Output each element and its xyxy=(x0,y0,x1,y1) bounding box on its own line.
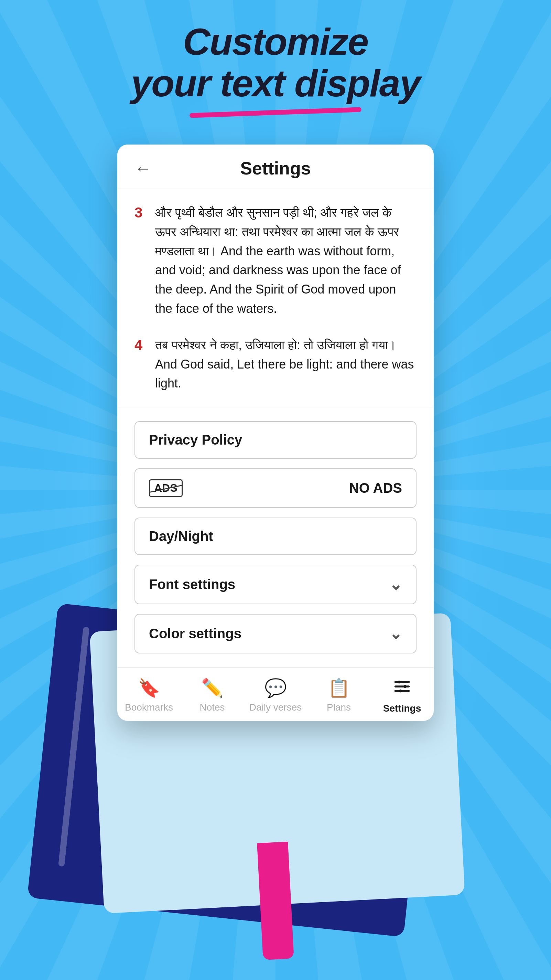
verse-number-3: 3 xyxy=(135,203,148,318)
day-night-button[interactable]: Day/Night xyxy=(135,517,416,555)
no-ads-button[interactable]: ADS NO ADS xyxy=(135,468,416,508)
nav-item-daily-verses[interactable]: 💬 Daily verses xyxy=(244,678,307,714)
bottom-nav: 🔖 Bookmarks ✏️ Notes 💬 Daily verses 📋 Pl… xyxy=(117,667,434,721)
privacy-policy-button[interactable]: Privacy Policy xyxy=(135,421,416,459)
nav-item-notes[interactable]: ✏️ Notes xyxy=(181,678,244,714)
svg-point-4 xyxy=(403,685,407,688)
nav-item-bookmarks[interactable]: 🔖 Bookmarks xyxy=(117,678,181,714)
bible-content: 3 और पृथ्वी बेडौल और सुनसान पड़ी थी; और … xyxy=(117,189,434,407)
verse-text-3: और पृथ्वी बेडौल और सुनसान पड़ी थी; और गह… xyxy=(155,203,416,318)
bookmark-icon: 🔖 xyxy=(138,678,160,698)
nav-item-settings[interactable]: Settings xyxy=(370,678,434,714)
nav-label-bookmarks: Bookmarks xyxy=(125,702,173,713)
font-settings-button[interactable]: Font settings ⌄ xyxy=(135,565,416,604)
verse-3: 3 और पृथ्वी बेडौल और सुनसान पड़ी थी; और … xyxy=(135,203,416,318)
header: Customize your text display xyxy=(0,21,551,115)
chevron-down-icon: ⌄ xyxy=(389,625,402,643)
nav-label-notes: Notes xyxy=(200,702,225,713)
nav-label-settings: Settings xyxy=(383,703,421,714)
settings-header: ← Settings xyxy=(117,145,434,189)
ads-box: ADS xyxy=(149,479,183,497)
svg-point-5 xyxy=(399,690,402,693)
nav-label-daily-verses: Daily verses xyxy=(249,702,302,713)
settings-title: Settings xyxy=(240,158,311,178)
svg-point-3 xyxy=(398,681,401,684)
color-settings-button[interactable]: Color settings ⌄ xyxy=(135,614,416,654)
nav-label-plans: Plans xyxy=(327,702,351,713)
book-spine xyxy=(58,627,89,867)
bookmark-ribbon xyxy=(257,842,294,960)
verse-4: 4 तब परमेश्वर ने कहा, उजियाला हो: तो उजि… xyxy=(135,336,416,393)
settings-sliders-icon xyxy=(393,678,411,700)
verse-text-4: तब परमेश्वर ने कहा, उजियाला हो: तो उजिया… xyxy=(155,336,416,393)
nav-item-plans[interactable]: 📋 Plans xyxy=(307,678,370,714)
header-title: Customize your text display xyxy=(0,21,551,104)
settings-options: Privacy Policy ADS NO ADS Day/Night Font… xyxy=(117,407,434,667)
back-button[interactable]: ← xyxy=(135,158,152,178)
verse-number-4: 4 xyxy=(135,336,148,393)
ads-icon: ADS xyxy=(149,479,183,497)
clipboard-icon: 📋 xyxy=(328,678,350,698)
chat-icon: 💬 xyxy=(265,678,287,698)
chevron-down-icon: ⌄ xyxy=(389,576,402,593)
app-card: ← Settings 3 और पृथ्वी बेडौल और सुनसान प… xyxy=(117,145,434,721)
pencil-icon: ✏️ xyxy=(201,678,224,698)
